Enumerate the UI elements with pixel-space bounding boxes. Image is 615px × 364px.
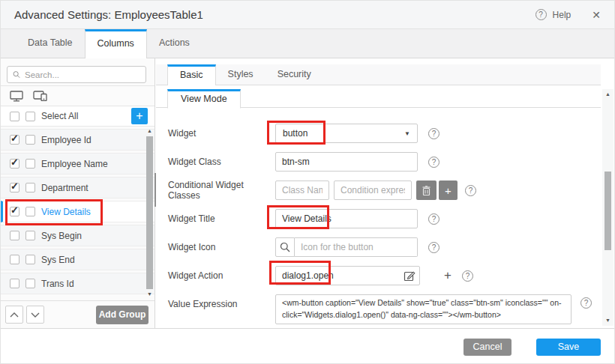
add-condition-button[interactable]: + xyxy=(439,181,458,200)
scroll-up-icon[interactable]: ▲ xyxy=(602,91,614,98)
widget-title-label: Widget Title xyxy=(168,213,275,224)
close-icon[interactable]: ✕ xyxy=(592,9,601,21)
visible-checkbox[interactable] xyxy=(10,255,20,264)
scroll-down-icon[interactable]: ▼ xyxy=(146,291,154,298)
move-column-down-button[interactable] xyxy=(26,306,44,324)
tab-data-table[interactable]: Data Table xyxy=(16,29,85,58)
column-label: View Details xyxy=(41,207,91,217)
column-label: Sys End xyxy=(41,255,75,265)
column-label: Trans Id xyxy=(41,279,74,289)
visible-checkbox[interactable] xyxy=(10,231,20,240)
search-input[interactable] xyxy=(25,70,140,79)
class-name-input[interactable] xyxy=(275,181,329,200)
trash-icon xyxy=(422,186,430,195)
widget-action-field xyxy=(275,266,420,285)
scrollbar-thumb[interactable] xyxy=(146,136,153,289)
dialog-footer: Cancel Save xyxy=(1,328,614,364)
select-all-row[interactable]: Select All + xyxy=(1,106,154,127)
conditional-classes-help-icon[interactable]: ? xyxy=(465,185,476,196)
help-icon[interactable]: ? xyxy=(536,9,547,20)
desktop-icon[interactable] xyxy=(10,91,23,102)
mobile-checkbox[interactable] xyxy=(26,279,35,288)
conditional-classes-row: Conditional Widget Classes + ? xyxy=(168,181,592,200)
widget-row: Widget button ▼ ? xyxy=(168,124,592,143)
device-toggle-row xyxy=(1,85,154,106)
mobile-checkbox[interactable] xyxy=(26,231,35,240)
mobile-devices-icon[interactable] xyxy=(33,91,47,101)
tab-basic[interactable]: Basic xyxy=(167,64,216,85)
widget-icon-help-icon[interactable]: ? xyxy=(428,242,440,253)
widget-title-input[interactable] xyxy=(275,209,418,228)
columns-sidebar: Select All + Employee Id Employee Name xyxy=(1,58,155,328)
select-all-mobile-checkbox[interactable] xyxy=(26,112,35,121)
add-action-icon[interactable]: + xyxy=(444,268,452,283)
main-tab-bar: Data Table Columns Actions xyxy=(1,29,614,58)
settings-tab-bar: Basic Styles Security xyxy=(156,64,601,85)
widget-help-icon[interactable]: ? xyxy=(428,128,440,139)
scroll-down-icon[interactable]: ▼ xyxy=(602,317,614,324)
widget-class-label: Widget Class xyxy=(168,157,275,167)
widget-label: Widget xyxy=(168,128,275,139)
widget-select[interactable]: button ▼ xyxy=(275,124,418,143)
tab-actions[interactable]: Actions xyxy=(147,29,202,58)
move-column-up-button[interactable] xyxy=(5,306,23,324)
cancel-button[interactable]: Cancel xyxy=(464,339,512,356)
save-button[interactable]: Save xyxy=(536,339,601,356)
column-row-sys-end[interactable]: Sys End xyxy=(1,249,154,270)
column-row-view-details[interactable]: View Details xyxy=(1,201,154,222)
visible-checkbox[interactable] xyxy=(10,207,20,216)
column-row-trans-id[interactable]: Trans Id xyxy=(1,273,154,294)
column-row-employee-name[interactable]: Employee Name xyxy=(1,153,154,175)
panel-scrollbar[interactable]: ▲ ▼ xyxy=(602,89,614,326)
chevron-down-icon: ▼ xyxy=(404,130,410,137)
widget-title-row: Widget Title ? xyxy=(168,209,592,228)
mobile-checkbox[interactable] xyxy=(26,255,35,264)
widget-class-help-icon[interactable]: ? xyxy=(428,157,440,168)
widget-action-help-icon[interactable]: ? xyxy=(462,270,473,282)
tab-view-mode[interactable]: View Mode xyxy=(167,89,241,109)
mobile-checkbox[interactable] xyxy=(26,183,35,192)
mobile-checkbox[interactable] xyxy=(26,135,35,145)
mobile-checkbox[interactable] xyxy=(26,159,35,169)
widget-title-help-icon[interactable]: ? xyxy=(428,213,440,225)
widget-icon-input[interactable] xyxy=(295,237,418,257)
delete-condition-button[interactable] xyxy=(416,181,436,200)
icon-search-button[interactable] xyxy=(275,237,295,257)
select-all-visible-checkbox[interactable] xyxy=(10,112,20,121)
tab-styles[interactable]: Styles xyxy=(216,64,266,85)
mode-tab-strip: View Mode xyxy=(156,89,601,108)
chevron-down-icon xyxy=(31,312,40,318)
basic-settings-form: Widget button ▼ ? Widget Class ? Conditi… xyxy=(168,108,592,324)
chevron-up-icon xyxy=(10,312,19,318)
visible-checkbox[interactable] xyxy=(10,279,20,288)
column-label: Department xyxy=(41,183,88,193)
column-label: Sys Begin xyxy=(41,231,82,241)
scroll-up-icon[interactable]: ▲ xyxy=(146,127,154,135)
value-expression-textarea[interactable]: <wm-button caption="View Details" show="… xyxy=(275,294,572,324)
widget-action-input[interactable] xyxy=(275,266,420,285)
scrollbar-thumb[interactable] xyxy=(604,172,611,250)
tab-columns[interactable]: Columns xyxy=(85,29,147,58)
visible-checkbox[interactable] xyxy=(10,183,20,192)
sidebar-scrollbar[interactable]: ▲ ▼ xyxy=(146,127,154,298)
dialog-header: Advanced Settings: EmployeesTable1 ? Hel… xyxy=(1,1,614,29)
condition-expression-input[interactable] xyxy=(334,181,412,200)
visible-checkbox[interactable] xyxy=(10,159,20,169)
add-group-button[interactable]: Add Group xyxy=(96,306,148,324)
search-icon xyxy=(13,70,20,79)
add-column-button[interactable]: + xyxy=(131,108,148,124)
help-link[interactable]: Help xyxy=(553,10,572,20)
visible-checkbox[interactable] xyxy=(10,135,20,145)
dialog-body: Select All + Employee Id Employee Name xyxy=(1,58,614,328)
column-row-employee-id[interactable]: Employee Id xyxy=(1,129,154,151)
mobile-checkbox[interactable] xyxy=(26,207,35,216)
column-row-department[interactable]: Department xyxy=(1,177,154,198)
widget-class-input[interactable] xyxy=(275,152,418,172)
conditional-classes-label: Conditional Widget Classes xyxy=(168,180,275,201)
column-label: Employee Id xyxy=(41,135,92,145)
value-expression-help-icon[interactable]: ? xyxy=(580,297,592,309)
tab-security[interactable]: Security xyxy=(266,64,323,85)
edit-expression-icon[interactable] xyxy=(404,270,416,282)
column-row-sys-begin[interactable]: Sys Begin xyxy=(1,225,154,246)
advanced-settings-dialog: Advanced Settings: EmployeesTable1 ? Hel… xyxy=(0,0,615,364)
